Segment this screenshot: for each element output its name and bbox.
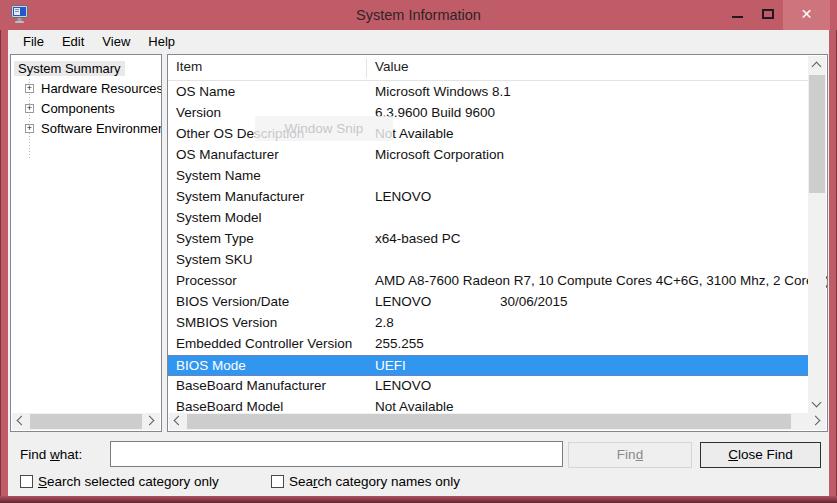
category-tree-panel: System Summary + Hardware Resources + Co… xyxy=(10,54,162,432)
system-information-window: System Information ✕ File Edit View Help… xyxy=(0,0,837,503)
scrollbar-thumb[interactable] xyxy=(187,414,791,429)
scroll-up-arrow[interactable] xyxy=(811,59,823,71)
maximize-icon xyxy=(762,9,774,19)
row-item: Processor xyxy=(176,273,237,288)
row-item: System Model xyxy=(176,210,262,225)
scroll-right-arrow[interactable] xyxy=(812,415,824,427)
row-os-manufacturer[interactable]: OS Manufacturer Microsoft Corporation xyxy=(168,145,808,166)
row-item: BaseBoard Model xyxy=(176,399,283,414)
menubar: File Edit View Help xyxy=(8,30,829,53)
scroll-left-arrow[interactable] xyxy=(171,415,183,427)
tree-item-hardware-resources[interactable]: Hardware Resources xyxy=(41,80,162,98)
row-system-model[interactable]: System Model xyxy=(168,208,808,229)
row-item: System Name xyxy=(176,168,261,183)
row-item: BIOS Version/Date xyxy=(176,294,289,309)
row-value: LENOVO xyxy=(375,294,431,309)
column-header-item[interactable]: Item xyxy=(176,59,202,74)
expand-icon[interactable]: + xyxy=(25,104,34,113)
titlebar[interactable]: System Information ✕ xyxy=(0,0,837,30)
list-horizontal-scrollbar[interactable] xyxy=(169,413,826,430)
close-icon: ✕ xyxy=(801,6,813,22)
window-snip-ghost-tooltip: Window Snip xyxy=(255,116,393,141)
row-value: AMD A8-7600 Radeon R7, 10 Compute Cores … xyxy=(375,273,828,288)
row-item: BaseBoard Manufacturer xyxy=(176,378,326,393)
close-find-button[interactable]: Close Find xyxy=(700,442,821,468)
row-value-date: 30/06/2015 xyxy=(500,294,568,309)
row-value: LENOVO xyxy=(375,189,431,204)
row-item: System Manufacturer xyxy=(176,189,304,204)
search-category-names-checkbox[interactable] xyxy=(271,475,284,488)
list-header: Item Value xyxy=(168,55,808,81)
tree-item-software-environment[interactable]: Software Environment xyxy=(41,120,162,138)
window-content: File Edit View Help System Summary + Har… xyxy=(8,30,829,496)
menu-edit[interactable]: Edit xyxy=(53,32,93,51)
search-category-names-label: Search category names only xyxy=(289,474,460,489)
row-item: Version xyxy=(176,105,221,120)
row-system-name[interactable]: System Name xyxy=(168,166,808,187)
tree-item-components[interactable]: Components xyxy=(41,100,115,118)
row-value: 2.8 xyxy=(375,315,394,330)
row-bios-version-date[interactable]: BIOS Version/Date LENOVO 30/06/2015 xyxy=(168,292,808,313)
menu-view[interactable]: View xyxy=(93,32,139,51)
row-baseboard-manufacturer[interactable]: BaseBoard Manufacturer LENOVO xyxy=(168,376,808,397)
window-bottom-border xyxy=(0,496,837,503)
scroll-down-arrow[interactable] xyxy=(811,399,823,411)
tree-horizontal-scrollbar[interactable] xyxy=(12,413,160,430)
row-value: Microsoft Corporation xyxy=(375,147,504,162)
column-header-value[interactable]: Value xyxy=(375,59,409,74)
expand-icon[interactable]: + xyxy=(25,124,34,133)
row-value: LENOVO xyxy=(375,378,431,393)
row-value: Not Available xyxy=(375,399,454,414)
row-item: Embedded Controller Version xyxy=(176,336,352,351)
minimize-icon xyxy=(732,16,743,18)
find-what-label: Find what: xyxy=(20,447,82,462)
search-selected-category-label: Search selected category only xyxy=(38,474,219,489)
row-smbios-version[interactable]: SMBIOS Version 2.8 xyxy=(168,313,808,334)
row-item: System Type xyxy=(176,231,254,246)
close-button[interactable]: ✕ xyxy=(783,0,830,30)
menu-help[interactable]: Help xyxy=(139,32,184,51)
row-item: SMBIOS Version xyxy=(176,315,277,330)
search-selected-category-checkbox[interactable] xyxy=(20,475,33,488)
scrollbar-thumb[interactable] xyxy=(30,414,142,429)
row-system-sku[interactable]: System SKU xyxy=(168,250,808,271)
row-value: 6.3.9600 Build 9600 xyxy=(375,105,495,120)
row-item: System SKU xyxy=(176,252,253,267)
row-embedded-controller-version[interactable]: Embedded Controller Version 255.255 xyxy=(168,334,808,355)
details-list-panel: Item Value OS Name Microsoft Windows 8.1… xyxy=(167,54,828,432)
scrollbar-thumb[interactable] xyxy=(809,75,825,193)
window-title: System Information xyxy=(0,0,837,30)
row-system-manufacturer[interactable]: System Manufacturer LENOVO xyxy=(168,187,808,208)
row-bios-mode-selected[interactable]: BIOS Mode UEFI xyxy=(168,355,808,376)
scroll-left-arrow[interactable] xyxy=(14,415,26,427)
row-os-name[interactable]: OS Name Microsoft Windows 8.1 xyxy=(168,82,808,103)
row-item: OS Manufacturer xyxy=(176,147,279,162)
expand-icon[interactable]: + xyxy=(25,84,34,93)
find-button[interactable]: Find xyxy=(568,442,692,468)
find-input[interactable] xyxy=(110,441,563,467)
minimize-button[interactable] xyxy=(723,0,753,30)
list-vertical-scrollbar[interactable] xyxy=(808,56,826,414)
row-processor[interactable]: Processor AMD A8-7600 Radeon R7, 10 Comp… xyxy=(168,271,808,292)
scroll-right-arrow[interactable] xyxy=(146,415,158,427)
maximize-button[interactable] xyxy=(753,0,783,30)
row-system-type[interactable]: System Type x64-based PC xyxy=(168,229,808,250)
row-item: OS Name xyxy=(176,84,235,99)
row-item: BIOS Mode xyxy=(176,358,246,373)
column-divider[interactable] xyxy=(366,58,367,78)
row-value: Microsoft Windows 8.1 xyxy=(375,84,511,99)
row-value: x64-based PC xyxy=(375,231,461,246)
row-value: UEFI xyxy=(375,358,406,373)
tree-item-system-summary[interactable]: System Summary xyxy=(14,61,125,76)
row-value: 255.255 xyxy=(375,336,424,351)
menu-file[interactable]: File xyxy=(14,32,53,51)
